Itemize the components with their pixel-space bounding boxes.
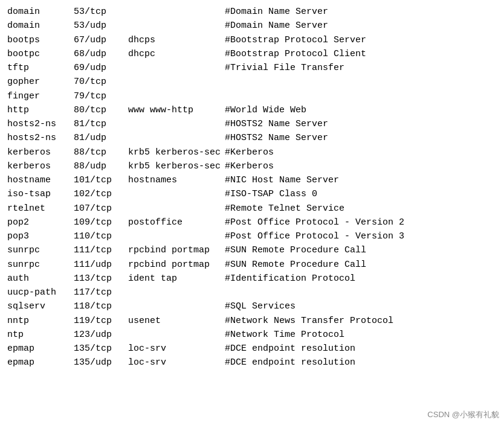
comment: #DCE endpoint resolution	[225, 342, 355, 356]
comment: #Kerberos	[225, 145, 274, 159]
service-name: bootps	[7, 33, 74, 47]
comment: #Bootstrap Protocol Client	[225, 47, 366, 61]
comment: #Domain Name Server	[225, 5, 328, 19]
aliases: dhcps	[128, 33, 225, 47]
table-row: bootps67/udpdhcps#Bootstrap Protocol Ser…	[7, 33, 504, 47]
aliases	[128, 89, 225, 103]
comment: #SUN Remote Procedure Call	[225, 243, 366, 257]
aliases: loc-srv	[128, 342, 225, 356]
port-protocol: 101/tcp	[74, 173, 128, 187]
table-row: domain53/udp#Domain Name Server	[7, 19, 504, 33]
aliases: loc-srv	[128, 356, 225, 369]
port-protocol: 107/tcp	[74, 202, 128, 216]
aliases: krb5 kerberos-sec	[128, 145, 225, 159]
table-row: bootpc68/udpdhcpc#Bootstrap Protocol Cli…	[7, 47, 504, 61]
comment: #SUN Remote Procedure Call	[225, 258, 366, 272]
port-protocol: 81/tcp	[74, 117, 128, 131]
port-protocol: 135/udp	[74, 356, 128, 369]
table-row: sqlserv118/tcp#SQL Services	[7, 299, 504, 313]
service-name: rtelnet	[7, 202, 74, 216]
service-name: pop2	[7, 216, 74, 229]
aliases	[128, 75, 225, 89]
aliases	[128, 117, 225, 131]
port-protocol: 88/udp	[74, 159, 128, 173]
aliases	[128, 61, 225, 75]
aliases	[128, 328, 225, 342]
table-row: pop2109/tcppostoffice#Post Office Protoc…	[7, 216, 504, 229]
aliases: www www-http	[128, 103, 225, 117]
table-row: rtelnet107/tcp#Remote Telnet Service	[7, 202, 504, 216]
port-protocol: 118/tcp	[74, 299, 128, 313]
port-protocol: 109/tcp	[74, 216, 128, 229]
service-name: tftp	[7, 61, 74, 75]
service-name: epmap	[7, 342, 74, 356]
table-row: pop3110/tcp#Post Office Protocol - Versi…	[7, 229, 504, 243]
table-row: iso-tsap102/tcp#ISO-TSAP Class 0	[7, 187, 504, 201]
comment: #Bootstrap Protocol Server	[225, 33, 366, 47]
port-protocol: 80/tcp	[74, 103, 128, 117]
service-name: nntp	[7, 314, 74, 328]
watermark: CSDN @小猴有礼貌	[427, 409, 499, 420]
port-protocol: 53/tcp	[74, 5, 128, 19]
comment: #Post Office Protocol - Version 2	[225, 216, 404, 229]
service-name: gopher	[7, 75, 74, 89]
port-protocol: 69/udp	[74, 61, 128, 75]
aliases	[128, 19, 225, 33]
port-protocol: 111/tcp	[74, 243, 128, 257]
service-name: sunrpc	[7, 243, 74, 257]
table-row: hosts2-ns81/tcp#HOSTS2 Name Server	[7, 117, 504, 131]
service-name: sqlserv	[7, 299, 74, 313]
port-protocol: 88/tcp	[74, 145, 128, 159]
comment: #Trivial File Transfer	[225, 61, 344, 75]
port-protocol: 135/tcp	[74, 342, 128, 356]
port-protocol: 110/tcp	[74, 229, 128, 243]
comment: #SQL Services	[225, 299, 296, 313]
aliases	[128, 187, 225, 201]
port-protocol: 123/udp	[74, 328, 128, 342]
comment: #DCE endpoint resolution	[225, 356, 355, 369]
port-protocol: 79/tcp	[74, 89, 128, 103]
table-row: epmap135/udploc-srv#DCE endpoint resolut…	[7, 356, 504, 369]
service-name: http	[7, 103, 74, 117]
table-row: tftp69/udp#Trivial File Transfer	[7, 61, 504, 75]
service-name: hosts2-ns	[7, 117, 74, 131]
port-protocol: 81/udp	[74, 131, 128, 145]
port-protocol: 111/udp	[74, 258, 128, 272]
table-row: finger79/tcp	[7, 89, 504, 103]
protocol-table: domain53/tcp#Domain Name Serverdomain53/…	[7, 5, 504, 370]
port-protocol: 53/udp	[74, 19, 128, 33]
table-row: auth113/tcpident tap#Identification Prot…	[7, 272, 504, 286]
port-protocol: 119/tcp	[74, 314, 128, 328]
aliases	[128, 286, 225, 299]
comment: #HOSTS2 Name Server	[225, 117, 328, 131]
aliases: krb5 kerberos-sec	[128, 159, 225, 173]
table-row: sunrpc111/udprpcbind portmap#SUN Remote …	[7, 258, 504, 272]
comment: #World Wide Web	[225, 103, 306, 117]
service-name: domain	[7, 19, 74, 33]
port-protocol: 113/tcp	[74, 272, 128, 286]
table-row: epmap135/tcploc-srv#DCE endpoint resolut…	[7, 342, 504, 356]
comment: #NIC Host Name Server	[225, 173, 339, 187]
service-name: auth	[7, 272, 74, 286]
aliases: hostnames	[128, 173, 225, 187]
service-name: sunrpc	[7, 258, 74, 272]
comment: #Domain Name Server	[225, 19, 328, 33]
aliases	[128, 299, 225, 313]
table-row: domain53/tcp#Domain Name Server	[7, 5, 504, 19]
aliases	[128, 229, 225, 243]
service-name: domain	[7, 5, 74, 19]
service-name: kerberos	[7, 145, 74, 159]
table-row: ntp123/udp#Network Time Protocol	[7, 328, 504, 342]
service-name: bootpc	[7, 47, 74, 61]
table-row: sunrpc111/tcprpcbind portmap#SUN Remote …	[7, 243, 504, 257]
service-name: epmap	[7, 356, 74, 369]
port-protocol: 117/tcp	[74, 286, 128, 299]
table-row: kerberos88/tcpkrb5 kerberos-sec#Kerberos	[7, 145, 504, 159]
comment: #Kerberos	[225, 159, 274, 173]
comment: #HOSTS2 Name Server	[225, 131, 328, 145]
aliases: postoffice	[128, 216, 225, 229]
port-protocol: 102/tcp	[74, 187, 128, 201]
comment: #Network Time Protocol	[225, 328, 344, 342]
table-row: hosts2-ns81/udp#HOSTS2 Name Server	[7, 131, 504, 145]
aliases: dhcpc	[128, 47, 225, 61]
